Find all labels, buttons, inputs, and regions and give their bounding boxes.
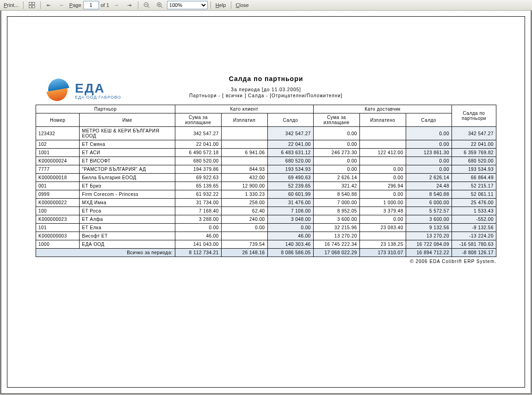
table-row: K000000003Висофт ЕТ46.0046.0013 270.2013… (36, 232, 496, 240)
thumbnails-icon[interactable] (26, 1, 37, 9)
svg-rect-1 (32, 2, 35, 5)
th-s-bal: Салдо (406, 113, 452, 127)
table-row: K000000018Билла България ЕООД69 922.6343… (36, 174, 496, 182)
svg-rect-2 (29, 6, 31, 8)
svg-line-8 (161, 6, 162, 8)
th-s-sum: Сума за изплащане (313, 113, 359, 127)
table-row: 100ЕТ Роса7 168.4062.407 106.008 952.053… (36, 207, 496, 215)
th-name: Име (80, 113, 175, 127)
table-row: 0999Firm Corecom - Princess61 932.221 33… (36, 190, 496, 199)
logo: ЕДА ЕДА ООД ГАБРОВО (44, 77, 121, 105)
th-partner: Партньор (36, 105, 175, 113)
table-row: K000000024ЕТ ВИСОФТ680 520.00680 520.000… (36, 157, 496, 165)
page-input[interactable] (83, 1, 99, 9)
table-row: 1001ЕТ АСИ6 490 572.186 941.066 483 631.… (36, 149, 496, 157)
toolbar: Print... ⇤ ← Page of 1 → ⇥ 100% Help Clo… (0, 0, 532, 11)
print-button[interactable]: Print... (2, 2, 20, 8)
th-c-sum: Сума за изплащане (175, 113, 221, 127)
th-c-paid: Изплатил (221, 113, 267, 127)
last-page-icon[interactable]: ⇥ (124, 1, 135, 9)
close-button[interactable]: Close (234, 2, 251, 8)
table-row: K000000022МХД Имка31 734.00258.0031 476.… (36, 199, 496, 207)
logo-title: ЕДА (75, 82, 105, 95)
page-label: Page (69, 2, 81, 8)
preview-canvas: За отпечатване на отчета на избрания при… (0, 11, 532, 395)
table-row: K000000023ЕТ Алфа3 288.00240.003 048.003… (36, 215, 496, 224)
svg-line-5 (148, 6, 149, 8)
table-row: 7777"РАМСТОР БЪЛГАРИЯ" АД194 379.86844.9… (36, 165, 496, 174)
table-row: 1000ЕДА ООД141 043.00739.54140 303.4616 … (36, 240, 496, 249)
th-as-supplier: Като доставчик (313, 105, 452, 113)
zoom-select[interactable]: 100% (167, 1, 208, 9)
page-of-label: of 1 (101, 2, 109, 8)
first-page-icon[interactable]: ⇤ (43, 1, 55, 9)
table-row: 102ЕТ Смяна22 041.0022 041.000.000.0022 … (36, 140, 496, 149)
table-row: 101ЕТ Елка0.000.000.0032 215.9623 083.40… (36, 224, 496, 232)
table-row: 123432МЕТРО КЕШ & КЕРИ БЪЛГАРИЯ ЕООД342 … (36, 127, 496, 140)
report-page: ЕДА ЕДА ООД ГАБРОВО Салда по партньори З… (7, 16, 525, 388)
th-s-paid: Изплатено (359, 113, 406, 127)
th-c-bal: Салдо (267, 113, 313, 127)
th-as-client: Като клиент (175, 105, 313, 113)
table-row: 001ЕТ Бриз65 139.6512 900.0052 239.65321… (36, 182, 496, 190)
th-number: Номер (36, 113, 80, 127)
total-row: Всичко за периода:8 112 734.2126 148.168… (36, 249, 496, 257)
help-button[interactable]: Help (214, 2, 228, 8)
logo-subtitle: ЕДА ООД ГАБРОВО (75, 95, 121, 100)
svg-rect-3 (32, 6, 35, 8)
zoom-in-icon[interactable] (154, 1, 165, 9)
svg-rect-0 (29, 2, 31, 5)
next-page-icon[interactable]: → (111, 1, 122, 9)
zoom-out-icon[interactable] (141, 1, 152, 9)
report-footer: © 2006 EDA Colibri® ERP System. (36, 259, 496, 264)
logo-icon (44, 77, 72, 105)
th-balance-partners: Салда по партньори (452, 105, 496, 127)
report-table: Партньор Като клиент Като доставчик Салд… (36, 105, 496, 257)
prev-page-icon[interactable]: ← (56, 1, 68, 9)
